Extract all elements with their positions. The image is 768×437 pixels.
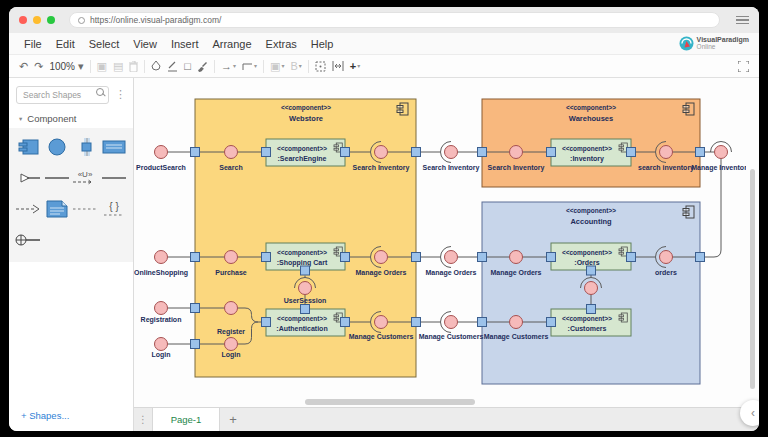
menu-arrange[interactable]: Arrange — [205, 38, 258, 50]
menu-help[interactable]: Help — [304, 38, 341, 50]
palette-line-connector[interactable] — [43, 168, 70, 188]
vertical-scrollbar-thumb[interactable] — [750, 169, 755, 389]
menu-insert[interactable]: Insert — [164, 38, 206, 50]
search-engine-part[interactable]: <<component>> :SearchEngine — [266, 139, 345, 166]
chevron-left-icon: ‹ — [751, 406, 755, 420]
copy-icon[interactable]: ▣ — [97, 61, 107, 72]
warehouses-name: Warehouses — [569, 114, 613, 123]
webstore-name: Webstore — [289, 114, 323, 123]
page-tabbar: ⋮ Page-1 + — [134, 407, 759, 431]
palette-note-shape[interactable] — [43, 199, 70, 219]
search-engine-stereotype: <<component>> — [277, 145, 327, 153]
toolbar: ↶ ↷ 100% ▾ ▣ ▤ □ → ▾ ▾ — [9, 55, 759, 78]
group-dropdown[interactable]: ▣ ▾ — [270, 61, 284, 72]
palette-component2-shape[interactable] — [100, 137, 127, 157]
fullscreen-icon[interactable] — [738, 61, 749, 72]
component-section-label: Component — [27, 113, 76, 124]
search-icon — [96, 88, 105, 97]
undo-icon[interactable]: ↶ — [19, 61, 28, 72]
component-diagram[interactable]: <<component>> Webstore <<component>> War… — [134, 78, 757, 407]
palette-component-shape[interactable] — [15, 137, 42, 157]
chevron-down-icon: ▾ — [299, 63, 302, 69]
shape-style-icon[interactable]: □ — [184, 61, 191, 72]
zoom-dropdown[interactable]: 100% ▾ — [49, 61, 83, 72]
pages-menu-icon[interactable]: ⋮ — [134, 408, 152, 431]
menu-edit[interactable]: Edit — [49, 38, 82, 50]
plus-icon: + — [350, 61, 356, 72]
horizontal-scrollbar[interactable] — [134, 399, 746, 405]
label-manage-customers-1: Manage Customers — [349, 333, 414, 341]
grid-icon[interactable] — [315, 61, 326, 72]
palette-provided-interface-connector[interactable] — [15, 230, 42, 250]
menu-select[interactable]: Select — [82, 38, 127, 50]
visual-paradigm-logo: VisualParadigm Online — [679, 36, 751, 51]
app-menubar: File Edit Select View Insert Arrange Ext… — [9, 33, 759, 55]
label-register: Register — [217, 328, 245, 336]
label-login-outer: Login — [151, 351, 170, 359]
svg-text:«U»: «U» — [78, 170, 93, 179]
palette-constraint-shape[interactable]: { } — [100, 199, 127, 219]
minimize-window-button[interactable] — [33, 16, 41, 24]
sidebar-more-icon[interactable]: ⋮ — [112, 88, 129, 101]
paste-icon[interactable]: ▤ — [113, 61, 123, 72]
menu-file[interactable]: File — [17, 38, 49, 50]
label-purchase: Purchase — [215, 269, 247, 276]
line-color-icon[interactable] — [167, 61, 178, 72]
browser-window: https://online.visual-paradigm.com/ File… — [9, 7, 759, 431]
shopping-cart-stereotype: <<component>> — [277, 249, 327, 257]
url-text[interactable]: https://online.visual-paradigm.com/ — [90, 15, 221, 25]
browser-menu-icon[interactable] — [736, 16, 749, 25]
svg-text:{ }: { } — [109, 201, 119, 212]
chevron-down-icon: ▾ — [357, 63, 360, 69]
search-engine-name: :SearchEngine — [277, 155, 326, 163]
palette-dashed-line-connector[interactable] — [72, 199, 99, 219]
label-orders-lc: orders — [655, 269, 677, 276]
format-brush-icon[interactable] — [197, 61, 208, 72]
label-manage-inventory: Manage Inventory — [691, 164, 751, 172]
palette-realization-connector[interactable] — [15, 168, 42, 188]
label-registration: Registration — [141, 316, 182, 324]
tab-page-1[interactable]: Page-1 — [152, 408, 220, 431]
label-login-inner: Login — [221, 351, 240, 359]
palette-port-shape[interactable] — [72, 137, 99, 157]
close-window-button[interactable] — [19, 16, 27, 24]
label-manage-orders-1: Manage Orders — [356, 269, 407, 277]
chevron-down-icon: ▾ — [78, 61, 84, 72]
more-shapes-link[interactable]: + Shapes... — [9, 402, 133, 431]
horizontal-scrollbar-thumb[interactable] — [305, 399, 475, 405]
fill-color-icon[interactable] — [151, 61, 161, 71]
webstore-stereotype: <<component>> — [281, 104, 331, 112]
accounting-stereotype: <<component>> — [566, 207, 616, 215]
label-online-shopping: OnlineShopping — [134, 269, 188, 277]
maximize-window-button[interactable] — [47, 16, 55, 24]
arrow-right-icon: → — [221, 61, 232, 72]
menu-view[interactable]: View — [126, 38, 164, 50]
palette-sphere-shape[interactable] — [43, 137, 70, 157]
connector-arrow-dropdown[interactable]: → ▾ — [221, 61, 236, 72]
delete-icon[interactable] — [129, 61, 138, 72]
vertical-scrollbar[interactable] — [746, 78, 759, 407]
component-section-header[interactable]: ▾ Component — [9, 109, 133, 128]
diagram-canvas[interactable]: <<component>> Webstore <<component>> War… — [134, 78, 759, 407]
accounting-name: Accounting — [570, 217, 612, 226]
shape-palette: «U» { } — [9, 128, 133, 262]
redo-icon[interactable]: ↷ — [34, 61, 43, 72]
connector-style-dropdown[interactable]: ▾ — [242, 62, 257, 71]
label-search-inventory-lc: search inventory — [638, 164, 694, 172]
collapse-panel-button[interactable]: ‹ — [740, 400, 759, 426]
insert-shape-dropdown[interactable]: + ▾ — [350, 61, 360, 72]
style-dropdown[interactable]: B ▾ — [290, 61, 301, 72]
palette-line2-connector[interactable] — [100, 168, 127, 188]
group-icon: ▣ — [270, 61, 280, 72]
label-search-inventory-1: Search Inventory — [353, 164, 410, 172]
inventory-part[interactable]: <<component>> :Inventory — [551, 139, 631, 166]
palette-dashed-arrow-connector[interactable] — [15, 199, 42, 219]
label-manage-orders-2: Manage Orders — [426, 269, 477, 277]
palette-usage-connector[interactable]: «U» — [72, 168, 99, 188]
add-page-button[interactable]: + — [220, 408, 246, 431]
label-search: Search — [219, 164, 242, 171]
site-info-icon[interactable] — [78, 17, 85, 24]
fit-page-icon[interactable] — [332, 61, 344, 71]
menu-extras[interactable]: Extras — [259, 38, 304, 50]
address-bar[interactable]: https://online.visual-paradigm.com/ — [69, 12, 720, 28]
